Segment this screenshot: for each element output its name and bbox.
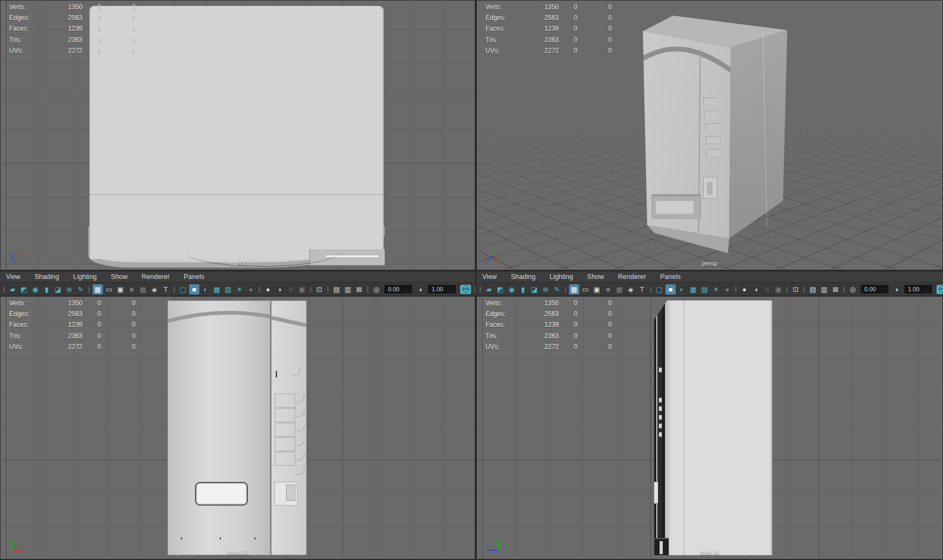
hud-row: Edges:256300: [1, 12, 151, 23]
hud-cell: 1239: [59, 321, 82, 328]
shadows-icon[interactable]: ●: [722, 284, 732, 295]
motion-blur-icon[interactable]: ◌: [762, 284, 772, 295]
untextured-mode-icon[interactable]: ◑: [751, 284, 761, 295]
menu-lighting[interactable]: Lighting: [73, 273, 97, 281]
snapshot-icon[interactable]: ⊠: [830, 284, 841, 295]
contrast-icon[interactable]: ◑: [415, 284, 425, 295]
grease-pencil-icon[interactable]: ✎: [75, 284, 86, 295]
viewport-persp[interactable]: Verts:135000Edges:256300Faces:123900Tris…: [476, 0, 943, 270]
viewport-front[interactable]: Verts:135000Edges:256300Faces:123900Tris…: [0, 296, 475, 559]
field-chart-icon[interactable]: ▩: [138, 284, 148, 295]
isolate-select-icon[interactable]: ▤: [808, 284, 818, 295]
contrast-icon[interactable]: ◑: [891, 284, 902, 295]
shadows-icon[interactable]: ●: [246, 284, 256, 295]
svg-text:y: y: [495, 247, 497, 251]
menu-shading[interactable]: Shading: [34, 273, 59, 281]
safe-action-icon[interactable]: ◈: [149, 284, 160, 295]
menu-renderer[interactable]: Renderer: [142, 273, 170, 281]
menu-show[interactable]: Show: [587, 273, 604, 281]
menu-panels[interactable]: Panels: [660, 273, 681, 281]
colorspace-select[interactable]: sRGB gamma: [475, 285, 475, 294]
exposure-field[interactable]: 0.00: [861, 285, 889, 293]
wireframe-on-shaded-icon[interactable]: ◐: [677, 284, 687, 295]
dispenser-flap: [195, 482, 248, 506]
textured-cube-icon[interactable]: ▩: [688, 284, 698, 295]
selection-highlight-icon[interactable]: ⊡: [791, 284, 801, 295]
multisample-icon[interactable]: ▣: [773, 284, 783, 295]
color-management-toggle[interactable]: ON: [937, 285, 943, 294]
use-default-material-icon[interactable]: ●: [739, 284, 750, 295]
exposure-icon[interactable]: ◎: [848, 284, 858, 295]
image-plane-icon[interactable]: ◪: [529, 284, 539, 295]
image-layers-icon[interactable]: ▥: [819, 284, 829, 295]
untextured-mode-icon[interactable]: ◑: [274, 284, 285, 295]
menu-view[interactable]: View: [6, 273, 20, 281]
camera-lock-icon[interactable]: ◩: [19, 284, 29, 295]
panel-menubar: ViewShadingLightingShowRendererPanels: [476, 271, 943, 283]
multisample-icon[interactable]: ▣: [297, 284, 307, 295]
safe-title-icon[interactable]: T: [637, 284, 647, 295]
bookmark-icon[interactable]: ▮: [518, 284, 528, 295]
grease-pencil-icon[interactable]: ✎: [552, 284, 562, 295]
hud-cell: Tris:: [486, 36, 535, 44]
menu-lighting[interactable]: Lighting: [550, 273, 573, 281]
gamma-field[interactable]: 1.00: [428, 285, 456, 293]
image-layers-icon[interactable]: ▥: [343, 284, 353, 295]
grid-icon[interactable]: ▦: [569, 284, 579, 295]
image-plane-icon[interactable]: ◪: [53, 284, 63, 295]
hud-cell: 0: [559, 25, 592, 32]
menu-show[interactable]: Show: [111, 273, 128, 281]
default-lighting-icon[interactable]: ☀: [234, 284, 245, 295]
wireframe-on-shaded-icon[interactable]: ◐: [200, 284, 211, 295]
gate-mask-icon[interactable]: ■: [603, 284, 613, 295]
hud-row: Verts:135000: [1, 2, 151, 12]
hud-cell: 0: [592, 14, 628, 22]
pan-zoom-icon[interactable]: ⊕: [540, 284, 551, 295]
menu-panels[interactable]: Panels: [184, 273, 204, 281]
bookmark-icon[interactable]: ▮: [41, 284, 52, 295]
xray-icon[interactable]: ▨: [699, 284, 710, 295]
shaded-cube-icon[interactable]: ■: [189, 284, 199, 295]
shaded-cube-icon[interactable]: ■: [665, 284, 676, 295]
film-gate-icon[interactable]: ▭: [580, 284, 591, 295]
wireframe-cube-icon[interactable]: ▢: [654, 284, 664, 295]
hud-cell: 1239: [535, 321, 559, 328]
default-lighting-icon[interactable]: ☀: [711, 284, 721, 295]
video-camera-icon[interactable]: ▰: [484, 284, 494, 295]
camera-settings-icon[interactable]: ◉: [507, 284, 517, 295]
snapshot-icon[interactable]: ⊠: [354, 284, 364, 295]
xray-icon[interactable]: ▨: [223, 284, 233, 295]
hud-row: Faces:123900: [1, 319, 151, 330]
grid-icon[interactable]: ▦: [93, 284, 103, 295]
menu-shading[interactable]: Shading: [511, 273, 536, 281]
wireframe-cube-icon[interactable]: ▢: [178, 284, 188, 295]
field-chart-icon[interactable]: ▩: [614, 284, 625, 295]
gate-mask-icon[interactable]: ■: [127, 284, 137, 295]
resolution-gate-icon[interactable]: ▣: [115, 284, 126, 295]
menu-view[interactable]: View: [482, 273, 497, 281]
hud-cell: 0: [82, 343, 116, 351]
safe-title-icon[interactable]: T: [161, 284, 171, 295]
resolution-gate-icon[interactable]: ▣: [592, 284, 602, 295]
motion-blur-icon[interactable]: ◌: [286, 284, 296, 295]
hud-row: UVs:227200: [477, 45, 628, 56]
hud-cell: 0: [592, 3, 628, 11]
film-gate-icon[interactable]: ▭: [104, 284, 114, 295]
isolate-select-icon[interactable]: ▤: [331, 284, 342, 295]
video-camera-icon[interactable]: ▰: [8, 284, 18, 295]
color-management-toggle[interactable]: ON: [460, 285, 471, 294]
menu-renderer[interactable]: Renderer: [618, 273, 646, 281]
gamma-field[interactable]: 1.00: [904, 285, 932, 293]
pan-zoom-icon[interactable]: ⊕: [64, 284, 74, 295]
use-default-material-icon[interactable]: ●: [263, 284, 273, 295]
exposure-field[interactable]: 0.00: [384, 285, 412, 293]
selection-highlight-icon[interactable]: ⊡: [314, 284, 324, 295]
viewport-side[interactable]: Verts:135000Edges:256300Faces:123900Tris…: [476, 296, 943, 559]
camera-settings-icon[interactable]: ◉: [30, 284, 40, 295]
viewport-top[interactable]: Verts:135000Edges:256300Faces:123900Tris…: [0, 0, 475, 270]
textured-cube-icon[interactable]: ▩: [212, 284, 222, 295]
exposure-icon[interactable]: ◎: [371, 284, 382, 295]
safe-action-icon[interactable]: ◈: [626, 284, 636, 295]
hud-cell: Verts:: [9, 299, 59, 307]
camera-lock-icon[interactable]: ◩: [495, 284, 505, 295]
